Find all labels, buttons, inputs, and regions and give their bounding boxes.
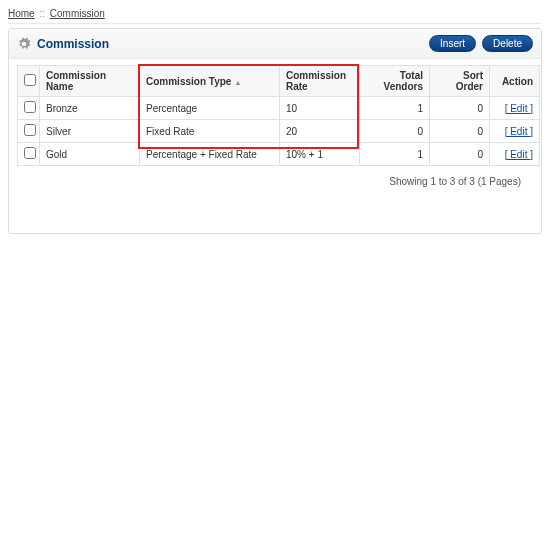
- table-row: Bronze Percentage 10 1 0 [ Edit ]: [18, 97, 540, 120]
- edit-link[interactable]: [ Edit ]: [505, 103, 533, 114]
- cell-sort: 0: [430, 97, 490, 120]
- cell-rate: 10: [280, 97, 360, 120]
- cell-sort: 0: [430, 120, 490, 143]
- table-header-row: Commission Name Commission Type▲ Commiss…: [18, 66, 540, 97]
- cell-vendors: 1: [360, 143, 430, 166]
- panel-header: Commission Insert Delete: [9, 29, 541, 59]
- cell-vendors: 1: [360, 97, 430, 120]
- cell-rate: 10% + 1: [280, 143, 360, 166]
- cell-vendors: 0: [360, 120, 430, 143]
- sort-asc-icon: ▲: [234, 79, 241, 86]
- breadcrumb-sep: ::: [39, 8, 45, 19]
- breadcrumb-current[interactable]: Commission: [50, 8, 105, 19]
- row-checkbox[interactable]: [24, 124, 36, 136]
- page-title: Commission: [37, 37, 109, 51]
- delete-button[interactable]: Delete: [482, 35, 533, 52]
- edit-link[interactable]: [ Edit ]: [505, 126, 533, 137]
- select-all-checkbox[interactable]: [24, 74, 36, 86]
- commission-panel: Commission Insert Delete Commission Name…: [8, 28, 542, 234]
- cell-sort: 0: [430, 143, 490, 166]
- cell-name: Bronze: [40, 97, 140, 120]
- col-rate[interactable]: Commission Rate: [280, 66, 360, 97]
- col-type[interactable]: Commission Type▲: [140, 66, 280, 97]
- gear-icon: [17, 37, 31, 51]
- breadcrumb-home[interactable]: Home: [8, 8, 35, 19]
- commission-table: Commission Name Commission Type▲ Commiss…: [17, 65, 540, 166]
- col-vendors[interactable]: Total Vendors: [360, 66, 430, 97]
- table-row: Silver Fixed Rate 20 0 0 [ Edit ]: [18, 120, 540, 143]
- breadcrumb: Home :: Commission: [8, 6, 542, 24]
- row-checkbox[interactable]: [24, 147, 36, 159]
- cell-rate: 20: [280, 120, 360, 143]
- cell-type: Percentage + Fixed Rate: [140, 143, 280, 166]
- cell-type: Fixed Rate: [140, 120, 280, 143]
- insert-button[interactable]: Insert: [429, 35, 476, 52]
- row-checkbox[interactable]: [24, 101, 36, 113]
- pagination-info: Showing 1 to 3 of 3 (1 Pages): [17, 166, 533, 187]
- edit-link[interactable]: [ Edit ]: [505, 149, 533, 160]
- cell-name: Gold: [40, 143, 140, 166]
- col-sort[interactable]: Sort Order: [430, 66, 490, 97]
- col-type-label: Commission Type: [146, 76, 231, 87]
- cell-name: Silver: [40, 120, 140, 143]
- col-action: Action: [490, 66, 540, 97]
- table-row: Gold Percentage + Fixed Rate 10% + 1 1 0…: [18, 143, 540, 166]
- col-name[interactable]: Commission Name: [40, 66, 140, 97]
- cell-type: Percentage: [140, 97, 280, 120]
